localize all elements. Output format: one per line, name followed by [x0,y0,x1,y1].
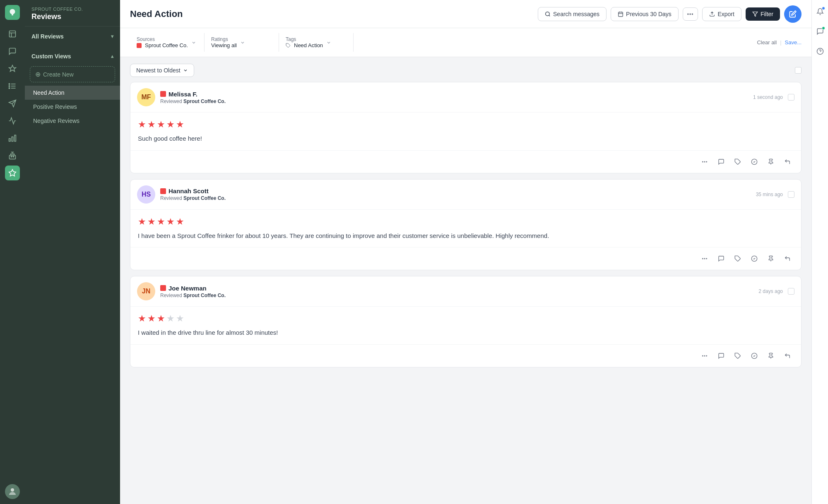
reviewer-avatar: JN [137,282,155,300]
save-filter-button[interactable]: Save... [785,39,802,46]
review-reply-button[interactable] [780,155,794,169]
custom-views-header[interactable]: Custom Views ▴ [25,50,120,63]
nav-analytics-icon[interactable] [5,113,20,128]
svg-line-18 [549,15,550,16]
reviews-content: Newest to Oldest MF Melissa F. [120,57,811,504]
date-range-button[interactable]: Previous 30 Days [611,7,679,21]
all-reviews-section: All Reviews ▾ [25,26,120,46]
review-resolve-button[interactable] [747,155,761,169]
source-dot-icon [137,43,142,48]
pin-action-icon [768,255,774,262]
reviewer-name: Melissa F. [160,91,753,98]
sort-dropdown[interactable]: Newest to Oldest [130,64,194,77]
review-reply-button[interactable] [780,349,794,363]
nav-chat-icon[interactable] [5,44,20,59]
review-comment-button[interactable] [714,155,728,169]
tags-chevron-icon [326,40,331,45]
star-rating: ★★★★★ [138,313,794,324]
select-all-checkbox[interactable] [795,67,802,74]
filter-actions: Clear all | Save... [757,39,802,46]
review-resolve-button[interactable] [747,252,761,266]
review-tag-button[interactable] [731,252,745,266]
notifications-button[interactable] [814,5,827,18]
date-range-label: Previous 30 Days [626,11,672,17]
more-horizontal-icon [701,255,708,262]
svg-point-33 [704,258,705,259]
review-pin-button[interactable] [764,349,778,363]
review-reply-button[interactable] [780,252,794,266]
svg-point-4 [9,84,10,85]
compose-button[interactable] [784,5,802,23]
reply-icon [784,353,791,359]
positive-reviews-label: Positive Reviews [33,103,77,110]
nav-reviews-icon[interactable] [5,166,20,180]
filter-button[interactable]: Filter [746,7,780,21]
section-title: Reviews [31,12,113,21]
export-icon [709,11,715,17]
search-label: Search messages [553,11,599,17]
pin-action-icon [768,158,774,165]
clear-all-button[interactable]: Clear all [757,39,777,46]
filter-divider: | [780,39,781,46]
nav-pin-icon[interactable] [5,61,20,76]
review-card: MF Melissa F. Reviewed Sprout Coffee Co.… [130,82,802,173]
review-more-button[interactable] [698,252,712,266]
tags-label: Tags [286,36,323,42]
sort-bar: Newest to Oldest [130,64,802,77]
reviewed-text: Reviewed Sprout Coffee Co. [160,293,758,298]
sidebar-item-need-action[interactable]: Need Action [25,86,120,100]
review-resolve-button[interactable] [747,349,761,363]
review-comment-button[interactable] [714,349,728,363]
review-checkbox[interactable] [788,288,794,295]
ratings-filter[interactable]: Ratings Viewing all [205,33,279,52]
review-actions [130,247,801,270]
review-checkbox[interactable] [788,94,794,101]
review-tag-button[interactable] [731,155,745,169]
user-avatar[interactable] [5,484,20,499]
sidebar: Sprout Coffee Co. Reviews All Reviews ▾ … [25,0,120,504]
filter-bar: Sources Sprout Coffee Co. Ratings Viewin… [120,28,811,57]
sidebar-header: Sprout Coffee Co. Reviews [25,0,120,26]
svg-point-34 [706,258,707,259]
create-new-button[interactable]: ⊕ Create New [30,66,115,82]
review-checkbox[interactable] [788,191,794,198]
nav-bot-icon[interactable] [5,148,20,163]
nav-inbox-icon[interactable] [5,26,20,41]
sidebar-item-positive-reviews[interactable]: Positive Reviews [25,100,120,114]
main-content: Need Action Search messages Previous 30 … [120,0,811,504]
review-meta: Melissa F. Reviewed Sprout Coffee Co. [160,91,753,104]
feedback-button[interactable] [814,25,827,38]
review-comment-button[interactable] [714,252,728,266]
sidebar-item-negative-reviews[interactable]: Negative Reviews [25,114,120,128]
sources-label: Sources [137,36,188,42]
review-tag-button[interactable] [731,349,745,363]
topbar-actions: Search messages Previous 30 Days ••• Exp… [538,5,802,23]
all-reviews-header[interactable]: All Reviews ▾ [25,30,120,43]
search-button[interactable]: Search messages [538,7,607,21]
resolve-icon [751,353,758,359]
feedback-badge [822,26,825,30]
svg-point-14 [13,156,14,157]
nav-send-icon[interactable] [5,96,20,111]
review-card: HS Hannah Scott Reviewed Sprout Coffee C… [130,179,802,271]
export-button[interactable]: Export [702,7,741,21]
help-button[interactable] [814,45,827,58]
svg-point-32 [703,258,703,259]
nav-bar-chart-icon[interactable] [5,131,20,146]
review-body: ★★★★★ I have been a Sprout Coffee frinke… [130,210,801,247]
star-icon: ★ [157,313,165,324]
star-icon: ★ [138,119,146,130]
more-options-button[interactable]: ••• [683,7,698,21]
review-more-button[interactable] [698,349,712,363]
review-pin-button[interactable] [764,155,778,169]
comment-icon [718,255,724,262]
nav-list-icon[interactable] [5,79,20,94]
review-more-button[interactable] [698,155,712,169]
star-icon: ★ [176,119,184,130]
calendar-icon [618,11,623,17]
sort-chevron-icon [183,68,188,73]
tags-filter[interactable]: Tags Need Action [279,33,354,52]
review-pin-button[interactable] [764,252,778,266]
sources-filter[interactable]: Sources Sprout Coffee Co. [130,33,205,52]
svg-point-5 [9,86,10,87]
